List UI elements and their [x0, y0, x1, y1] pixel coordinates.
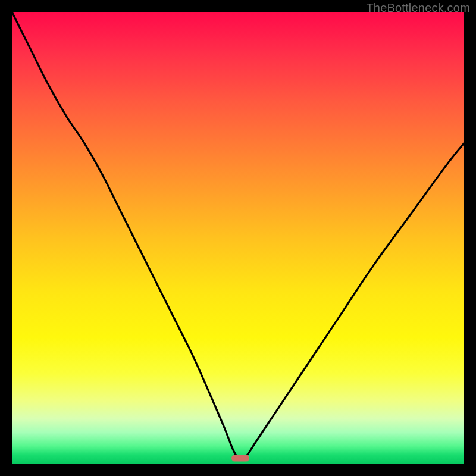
optimum-marker: [231, 455, 249, 462]
chart-frame: TheBottleneck.com: [0, 0, 476, 476]
plot-area: [12, 12, 464, 464]
watermark-text: TheBottleneck.com: [366, 1, 470, 15]
bottleneck-curve: [12, 12, 464, 464]
